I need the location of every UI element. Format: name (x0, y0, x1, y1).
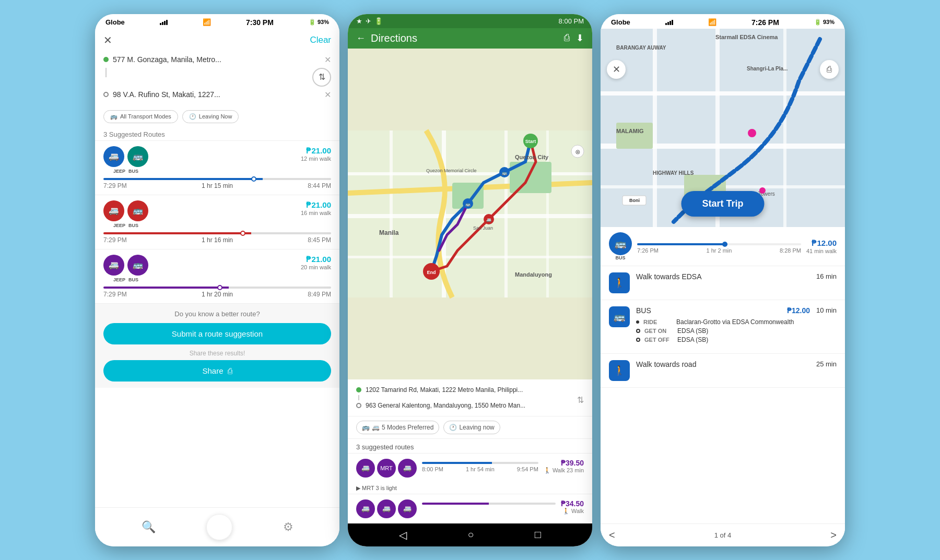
close-map-button[interactable]: ✕ (607, 60, 626, 79)
time-mid: 8:00 PM (559, 17, 584, 25)
route-card-1[interactable]: 🚐 🚌 JEEP BUS ₱21.00 12 min walk 7:29 (95, 140, 339, 195)
destination-text[interactable]: 98 V.A. Rufino St, Makati, 1227... (113, 90, 320, 99)
route-inputs: 577 M. Gonzaga, Manila, Metro... ✕ ⇅ 98 … (95, 50, 339, 107)
walk-road-title: Walk towards road (636, 360, 810, 368)
transport-mode-label: All Transport Modes (120, 113, 171, 120)
destination-clear-icon[interactable]: ✕ (324, 90, 331, 100)
p2-jeep-icon: 🚐 (356, 459, 375, 478)
status-icons-right: 🔋 93% (814, 19, 835, 26)
walk-edsa-title: Walk towards EDSA (636, 272, 810, 281)
svg-text:Manila: Manila (379, 229, 399, 236)
svg-text:🚌: 🚌 (502, 170, 507, 175)
origin-text[interactable]: 577 M. Gonzaga, Manila, Metro... (113, 55, 320, 64)
bus-transport-icon: 🚌 (609, 232, 632, 255)
svg-text:Quezon City: Quezon City (515, 154, 549, 160)
get-on-dot (636, 329, 640, 333)
route-1-times: 7:29 PM 1 hr 15 min 8:44 PM (103, 182, 331, 189)
p2-time-label: Leaving now (459, 424, 494, 431)
android-recent-button[interactable]: □ (535, 529, 541, 541)
destination-dot (103, 92, 109, 97)
prev-page-button[interactable]: < (609, 529, 615, 541)
leaving-now-label: Leaving Now (199, 113, 232, 120)
android-home-button[interactable]: ○ (467, 529, 474, 541)
p2-route-2-icons: 🚐 🚐 🚐 (356, 499, 417, 518)
start-trip-button[interactable]: Start Trip (681, 191, 764, 217)
svg-text:HIGHWAY HILLS: HIGHWAY HILLS (653, 170, 694, 176)
share-hint-text: Share these results! (103, 350, 331, 357)
android-back-button[interactable]: ◁ (399, 529, 407, 541)
next-page-button[interactable]: > (830, 529, 837, 541)
search-nav-icon[interactable]: 🔍 (142, 520, 156, 534)
svg-rect-33 (783, 29, 786, 227)
share-map-button[interactable]: ⎙ (820, 60, 839, 79)
svg-text:Mandaluyong: Mandaluyong (515, 271, 552, 278)
settings-nav-icon[interactable]: ⚙ (283, 520, 293, 534)
route-3-times: 7:29 PM 1 hr 20 min 8:49 PM (103, 291, 331, 298)
origin-row: 577 M. Gonzaga, Manila, Metro... ✕ (103, 52, 331, 68)
destination-row: 98 V.A. Rufino St, Makati, 1227... ✕ (103, 87, 331, 103)
submit-route-button[interactable]: Submit a route suggestion (103, 323, 331, 344)
get-on-label: GET ON (644, 328, 673, 334)
bus-info: RIDE Baclaran-Grotto via EDSA Commonweal… (636, 315, 810, 347)
bus-icon-3: 🚌 (127, 255, 148, 276)
origin-clear-icon[interactable]: ✕ (324, 55, 331, 65)
route-3-progress (103, 287, 331, 289)
bottom-section: Do you know a better route? Submit a rou… (95, 303, 339, 388)
bus-label: BUS (615, 255, 625, 260)
leaving-now-button[interactable]: 🕐 Leaving Now (182, 110, 239, 123)
svg-text:MALAMIG: MALAMIG (616, 128, 644, 134)
destination-addr-text: 963 General Kalentong, Mandaluyong, 1550… (366, 402, 584, 409)
p2-leaving-now-button[interactable]: 🕐 Leaving now (443, 421, 500, 434)
route-1-icons: 🚐 🚌 JEEP BUS (103, 146, 148, 174)
ride-dot (636, 320, 639, 324)
share-header-icon[interactable]: ⎙ (564, 32, 570, 44)
back-arrow-icon[interactable]: ← (356, 33, 366, 44)
map-area[interactable]: Start End 🚌 🚌 🚐 Quezon City Manila Manda… (348, 49, 592, 379)
route-card-2[interactable]: 🚐 🚌 JEEP BUS ₱21.00 16 min walk 7:29 (95, 195, 339, 249)
carrier-left: Globe (105, 18, 125, 26)
svg-text:Shangri-La Pla...: Shangri-La Pla... (747, 66, 788, 72)
close-icon[interactable]: ✕ (103, 34, 112, 46)
route-price: ₱12.00 (806, 239, 837, 248)
step-walk-edsa: 🚶 Walk towards EDSA 16 min (601, 266, 845, 300)
bus-step-title: BUS (636, 306, 651, 315)
swap-button[interactable]: ⇅ (312, 68, 331, 87)
bus-step-icon: 🚌 (609, 306, 630, 327)
p2-header: ← Directions ⎙ ⬇ (348, 28, 592, 49)
svg-point-44 (759, 187, 766, 194)
get-on-value: EDSA (SB) (677, 327, 708, 335)
phone-left: Globe 📶 7:30 PM 🔋 93% ✕ Clear 577 M. Gon… (95, 14, 339, 546)
clear-button[interactable]: Clear (310, 35, 331, 45)
svg-rect-3 (348, 256, 592, 258)
phone-right: Globe 📶 7:26 PM 🔋 93% (601, 14, 845, 546)
suggested-routes-label: 3 Suggested Routes (95, 126, 339, 140)
addr-connector (358, 395, 359, 400)
route-1-cost: ₱21.00 12 min walk (301, 146, 331, 162)
p2-jeep2-icon: 🚐 (398, 459, 417, 478)
jeep-icon-1: 🚐 (103, 146, 124, 167)
p2-route-1[interactable]: 🚐 MRT 🚐 8:00 PM 1 hr 54 min 9:54 PM ₱39.… (348, 453, 592, 483)
share-button[interactable]: Share ⎙ (103, 360, 331, 382)
route-2-icons: 🚐 🚌 JEEP BUS (103, 200, 148, 228)
transport-mode-button[interactable]: 🚌 All Transport Modes (103, 110, 178, 123)
modes-preferred-button[interactable]: 🚌 🚐 5 Modes Preferred (356, 421, 439, 434)
svg-rect-31 (653, 29, 657, 227)
route-card-3[interactable]: 🚐 🚌 JEEP BUS ₱21.00 20 min walk 7:29 (95, 249, 339, 303)
svg-text:BARANGAY AUWAY: BARANGAY AUWAY (616, 45, 666, 51)
status-icons-left: 🔋 93% (309, 19, 329, 26)
mrt-note: ▶ MRT 3 is light (348, 483, 592, 494)
s4 (166, 20, 168, 25)
better-route-text: Do you know a better route? (103, 310, 331, 318)
route-summary: 🚌 BUS 7:26 PM 1 hr 2 min 8:28 PM ₱12.00 … (601, 227, 845, 266)
p2-route-2[interactable]: 🚐 🚐 🚐 ₱34.50 🚶 Walk (348, 494, 592, 523)
carrier-right: Globe (611, 18, 630, 26)
page-info: 1 of 4 (714, 531, 732, 539)
home-nav-button[interactable] (206, 514, 232, 540)
get-off-label: GET OFF (644, 337, 673, 343)
bus-step-duration: 10 min (816, 306, 837, 314)
download-header-icon[interactable]: ⬇ (576, 32, 584, 44)
p3-map[interactable]: BARANGAY AUWAY Starmall EDSA Cinema Shan… (601, 29, 845, 227)
connector-spacer (113, 68, 308, 87)
status-bar-right: Globe 📶 7:26 PM 🔋 93% (601, 14, 845, 29)
ride-value: Baclaran-Grotto via EDSA Commonwealth (676, 318, 794, 326)
